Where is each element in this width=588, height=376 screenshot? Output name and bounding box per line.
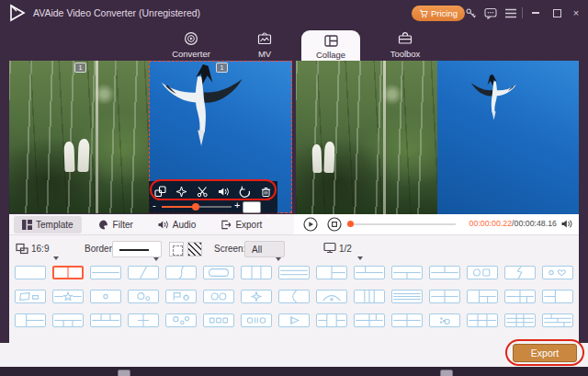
template-thumb-flag-gear[interactable] (165, 290, 197, 303)
replace-icon[interactable] (154, 186, 166, 198)
footer-thumb[interactable] (440, 370, 453, 376)
template-thumb-cols3-thin[interactable] (354, 290, 385, 303)
template-thumb-top1-bottom2[interactable] (391, 266, 423, 279)
template-thumb-dense[interactable] (542, 313, 573, 327)
screen-value: All (252, 245, 262, 255)
template-thumb-skew-rect[interactable] (15, 290, 46, 303)
menu-icon[interactable] (503, 6, 517, 20)
template-thumb-rows4[interactable] (391, 290, 423, 303)
tab-template[interactable]: Template (14, 216, 82, 234)
person-figure (77, 139, 89, 172)
screen-dropdown[interactable]: All (244, 241, 285, 257)
template-thumb-curve[interactable] (165, 266, 197, 279)
template-thumb-grid-left-big[interactable] (467, 290, 498, 303)
tab-export[interactable]: Export (212, 216, 270, 234)
template-thumb-grid2x2[interactable] (391, 313, 423, 327)
tab-toolbox-label: Toolbox (390, 49, 421, 59)
maximize-button[interactable] (549, 6, 564, 20)
template-thumb-star-mid[interactable] (52, 290, 84, 303)
background-swatch[interactable] (243, 201, 261, 213)
tab-toolbox[interactable]: Toolbox (377, 30, 434, 59)
person-figure (311, 144, 322, 173)
tab-collage[interactable]: Collage (301, 30, 360, 61)
collage-icon (301, 33, 360, 48)
delete-icon[interactable] (260, 186, 272, 198)
template-thumb-arc-left[interactable] (278, 290, 310, 303)
person-figure (63, 142, 74, 172)
template-thumb-sparkle[interactable] (241, 290, 272, 303)
footer-thumb[interactable] (118, 370, 130, 376)
template-thumb-blank[interactable] (15, 266, 46, 279)
template-thumb-top1-bottom3[interactable] (52, 313, 84, 327)
template-thumb-circle-square[interactable] (467, 266, 498, 279)
template-thumb-cols2[interactable] (52, 266, 84, 279)
template-thumb-pennant[interactable] (278, 313, 310, 327)
template-thumb-circles-duo[interactable] (128, 290, 159, 303)
template-thumb-circle-bar-circle[interactable] (241, 313, 272, 327)
play-button[interactable] (303, 217, 318, 232)
template-thumb-squares3[interactable] (203, 313, 234, 327)
feedback-icon[interactable] (483, 6, 497, 20)
template-thumb-circles3[interactable] (165, 313, 197, 327)
template-thumb-grid3x2[interactable] (467, 313, 498, 327)
template-thumb-grid-sides[interactable] (316, 313, 347, 327)
tab-mv[interactable]: MV (236, 30, 293, 59)
template-thumb-circle-heart[interactable] (542, 266, 573, 279)
template-thumb-top3-bottom1[interactable] (90, 313, 121, 327)
preview-volume-icon[interactable] (560, 218, 573, 230)
template-thumb-cross-small[interactable] (128, 313, 159, 327)
template-thumb-left1-right2[interactable] (15, 313, 46, 327)
progress-handle[interactable] (347, 221, 354, 227)
template-thumb-dot-mid[interactable] (90, 290, 121, 303)
border-color-button[interactable] (169, 242, 184, 256)
page-indicator[interactable]: 1/2 (339, 244, 352, 254)
progress-bar[interactable] (347, 223, 456, 225)
template-thumb-dots-circle[interactable] (429, 313, 460, 327)
stop-button[interactable] (327, 217, 342, 232)
rotate-icon[interactable] (239, 186, 251, 198)
fill-pattern-button[interactable] (187, 242, 202, 256)
editor-clip-forest[interactable] (9, 61, 149, 213)
aspect-ratio-value[interactable]: 16:9 (31, 244, 49, 254)
page-dropdown-caret[interactable] (357, 247, 363, 264)
effects-icon[interactable] (175, 186, 187, 198)
template-thumb-inset[interactable] (203, 266, 234, 279)
template-thumb-grid-tr[interactable] (354, 313, 385, 327)
tab-filter[interactable]: Filter (90, 216, 141, 234)
screen-label: Screen: (214, 244, 245, 254)
close-button[interactable]: × (569, 6, 583, 20)
aspect-dropdown-caret[interactable] (53, 247, 59, 264)
template-thumb-grid2x2[interactable] (429, 290, 460, 303)
export-button[interactable]: Export (513, 344, 577, 362)
converter-icon (163, 30, 220, 46)
line-style-sample (119, 249, 149, 251)
template-thumb-arch-star[interactable] (316, 290, 347, 303)
template-grid (15, 266, 577, 337)
template-thumb-rows2[interactable] (90, 266, 121, 279)
tab-audio[interactable]: Audio (150, 216, 205, 234)
zoom-in-button[interactable]: + (234, 199, 240, 211)
template-thumb-grid-br[interactable] (504, 290, 536, 303)
template-thumb-cols3[interactable] (241, 266, 272, 279)
zoom-out-button[interactable]: - (153, 199, 156, 211)
volume-icon[interactable] (218, 186, 230, 198)
template-thumb-bolt[interactable] (504, 266, 536, 279)
template-thumb-circles-pair[interactable] (203, 290, 234, 303)
clip-number-badge: 1 (74, 63, 86, 73)
clip-zoom-slider-knob[interactable] (192, 203, 199, 211)
key-icon[interactable] (464, 6, 478, 20)
template-thumb-corner-tl[interactable] (354, 266, 385, 279)
template-thumb-rows3[interactable] (278, 266, 310, 279)
trim-icon[interactable] (197, 186, 209, 198)
template-thumb-left2-right1[interactable] (542, 290, 573, 303)
template-thumb-diag[interactable] (128, 266, 159, 279)
pricing-button[interactable]: Pricing (412, 6, 465, 21)
template-thumb-left-big[interactable] (316, 266, 347, 279)
swatch-dropdown-caret[interactable] (266, 205, 271, 222)
border-style-dropdown[interactable] (112, 241, 162, 257)
filter-icon (98, 220, 109, 230)
template-thumb-top2-bottom1[interactable] (429, 266, 460, 279)
minimize-button[interactable] (528, 6, 543, 20)
template-thumb-rows3-cols[interactable] (504, 313, 536, 327)
tab-converter[interactable]: Converter (163, 30, 220, 59)
